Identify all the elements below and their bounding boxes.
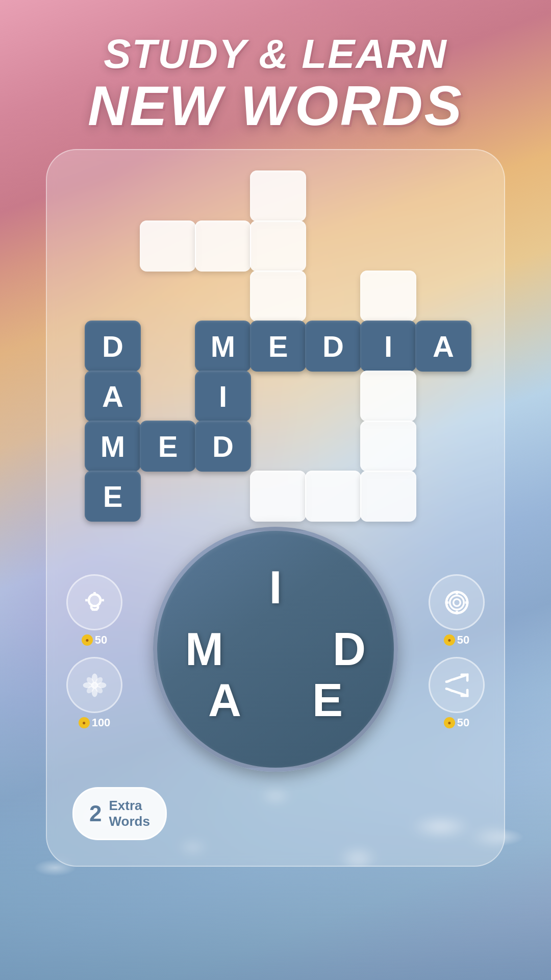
cell-r6c4 [305, 471, 361, 522]
cell-r1c4 [305, 220, 361, 272]
cell-r0c1 [140, 170, 196, 222]
cell-r3c2-M: M [195, 321, 251, 372]
cell-r4c5 [360, 371, 416, 422]
cell-r5c0-M: M [85, 421, 141, 472]
cell-r1c0 [85, 220, 141, 272]
letter-wheel[interactable]: I M D A E [153, 527, 398, 772]
cell-r1c5 [360, 220, 416, 272]
flower-button[interactable] [66, 657, 122, 713]
svg-point-5 [90, 595, 99, 604]
crossword-area: D M E D I A A I M E D [85, 170, 466, 517]
cell-r4c3 [250, 371, 306, 422]
wheel-row: ● 50 [66, 527, 485, 777]
game-panel: D M E D I A A I M E D [46, 149, 505, 867]
target-cost: ● 50 [444, 633, 469, 647]
flower-cost: ● 100 [79, 716, 111, 729]
cell-r5c5 [360, 421, 416, 472]
target-coin-icon: ● [444, 634, 455, 646]
wheel-letter-E[interactable]: E [312, 674, 343, 727]
title-line2: NEW WORDS [88, 78, 463, 134]
cell-r2c3 [250, 271, 306, 322]
cell-r4c4 [305, 371, 361, 422]
hint-cost: ● 50 [82, 633, 107, 647]
hint-group: ● 50 [66, 574, 122, 647]
extra-words-label1: Extra [109, 798, 149, 814]
right-buttons: ● 50 ● [429, 574, 485, 729]
cell-r2c6 [415, 271, 471, 322]
hint-coin-icon: ● [82, 634, 93, 646]
title-line1: STUDY & LEARN [88, 31, 463, 78]
title-area: STUDY & LEARN NEW WORDS [88, 31, 463, 134]
cell-r6c6 [415, 471, 471, 522]
cell-r3c5-I: I [360, 321, 416, 372]
cell-r4c0-A: A [85, 371, 141, 422]
cell-r0c6 [415, 170, 471, 222]
cell-r3c6-A: A [415, 321, 471, 372]
cell-r1c1 [140, 220, 196, 272]
cell-r0c5 [360, 170, 416, 222]
extra-words-label2: Words [109, 814, 149, 829]
content: STUDY & LEARN NEW WORDS [0, 0, 551, 980]
hint-button[interactable] [66, 574, 122, 630]
left-buttons: ● 50 [66, 574, 122, 729]
cell-r2c4 [305, 271, 361, 322]
shuffle-icon [443, 671, 471, 699]
cell-r2c0 [85, 271, 141, 322]
extra-words-button[interactable]: 2 Extra Words [72, 787, 167, 840]
target-icon [443, 589, 471, 617]
shuffle-group: ● 50 [429, 657, 485, 729]
cell-r4c1 [140, 371, 196, 422]
cell-r6c0-E: E [85, 471, 141, 522]
cell-r3c3-E: E [250, 321, 306, 372]
cell-r2c5 [360, 271, 416, 322]
svg-point-17 [453, 599, 460, 606]
cell-r1c2 [195, 220, 251, 272]
cell-r5c6 [415, 421, 471, 472]
letter-wheel-area: I M D A E [148, 522, 403, 777]
extra-words-row: 2 Extra Words [72, 787, 479, 840]
shuffle-coin-icon: ● [444, 717, 455, 728]
cell-r6c3 [250, 471, 306, 522]
cell-r3c1 [140, 321, 196, 372]
flower-coin-icon: ● [79, 717, 90, 728]
wheel-letter-D[interactable]: D [333, 623, 366, 676]
lightbulb-icon [81, 589, 109, 617]
cell-r5c4 [305, 421, 361, 472]
cell-r0c3 [250, 170, 306, 222]
flower-group: ● 100 [66, 657, 122, 729]
cell-r3c0-D: D [85, 321, 141, 372]
shuffle-cost: ● 50 [444, 716, 469, 729]
target-button[interactable] [429, 574, 485, 630]
cell-r4c2-I: I [195, 371, 251, 422]
cell-r5c1-E: E [140, 421, 196, 472]
cell-r2c2 [195, 271, 251, 322]
cell-r6c1 [140, 471, 196, 522]
target-group: ● 50 [429, 574, 485, 647]
cell-r5c2-D: D [195, 421, 251, 472]
cell-r1c6 [415, 220, 471, 272]
cell-r0c0 [85, 170, 141, 222]
extra-words-count: 2 [89, 801, 102, 826]
crossword-grid: D M E D I A A I M E D [85, 170, 466, 517]
flower-icon [81, 671, 109, 699]
cell-r4c6 [415, 371, 471, 422]
cell-r1c3 [250, 220, 306, 272]
cell-r3c4-D: D [305, 321, 361, 372]
shuffle-button[interactable] [429, 657, 485, 713]
cell-r2c1 [140, 271, 196, 322]
cell-r6c2 [195, 471, 251, 522]
cell-r0c4 [305, 170, 361, 222]
extra-words-text: Extra Words [109, 798, 149, 829]
cell-r0c2 [195, 170, 251, 222]
wheel-letter-I[interactable]: I [269, 561, 282, 614]
wheel-letter-M[interactable]: M [185, 623, 223, 676]
wheel-letter-A[interactable]: A [208, 674, 241, 727]
cell-r5c3 [250, 421, 306, 472]
cell-r6c5 [360, 471, 416, 522]
